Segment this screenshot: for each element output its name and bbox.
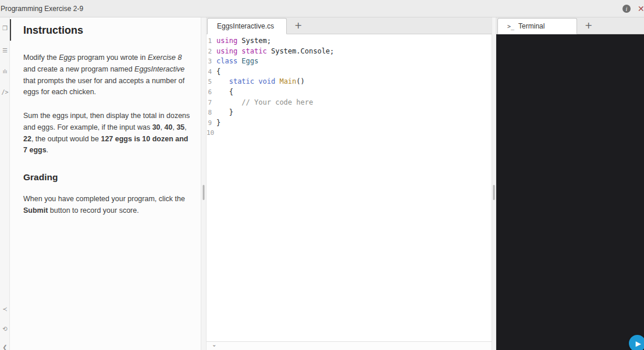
run-button[interactable]: ▶ — [629, 335, 644, 350]
text-run: , — [161, 123, 165, 131]
new-tab-button[interactable]: + — [294, 21, 302, 30]
code-line-content: { — [216, 67, 220, 77]
text-run: button to record your score. — [48, 206, 138, 215]
text-run: 30 — [152, 123, 161, 131]
code-area[interactable]: 1using System;2using static System.Conso… — [207, 34, 492, 341]
code-line[interactable]: 3class Eggs — [207, 56, 492, 67]
close-icon[interactable]: ✕ — [638, 4, 644, 13]
line-number: 2 — [207, 47, 216, 57]
line-number: 5 — [207, 77, 216, 87]
code-line[interactable]: 5 static void Main() — [207, 77, 492, 87]
text-run: , — [184, 123, 186, 131]
share-icon[interactable]: ≺ — [0, 306, 10, 313]
text-run: 35 — [176, 123, 184, 131]
titlebar-actions: i ✕ — [622, 0, 644, 17]
new-terminal-button[interactable]: + — [585, 21, 592, 30]
code-line-content: { — [216, 87, 233, 98]
code-icon[interactable]: /> — [0, 89, 10, 96]
instructions-scrollbar-thumb[interactable] — [10, 19, 11, 41]
code-line[interactable]: 10 — [207, 128, 492, 138]
text-run: , the output would be — [31, 135, 101, 143]
text-run: 40 — [165, 123, 173, 131]
instructions-paragraph-1: Modify the Eggs program you wrote in Exe… — [23, 52, 191, 98]
terminal-output-area[interactable] — [496, 34, 644, 350]
code-line-content: } — [216, 108, 233, 118]
text-run: and create a new program named — [23, 65, 134, 73]
partial-icon[interactable]: ❮ — [0, 344, 10, 350]
code-line[interactable]: 2using static System.Console; — [207, 47, 492, 57]
activity-bar: ❐ ☰ ılı /> ≺ ⟲ ❮ — [0, 17, 10, 350]
terminal-tabbar: >_ Terminal + — [496, 17, 644, 34]
text-run: Eggs — [59, 53, 76, 62]
editor-bottom-bar: ⌄ — [207, 341, 492, 350]
editor-tab-eggsinteractive[interactable]: EggsInteractive.cs — [207, 18, 287, 34]
code-line-content: // Your code here — [216, 98, 313, 108]
code-line-content: class Eggs — [216, 56, 258, 67]
text-run: When you have completed your program, cl… — [23, 195, 185, 203]
terminal-panel: >_ Terminal + — [496, 17, 644, 350]
editor-tabbar: EggsInteractive.cs + — [207, 17, 492, 34]
line-number: 3 — [207, 56, 216, 67]
text-run: that prompts the user for and accepts a … — [23, 77, 184, 97]
line-number: 9 — [207, 118, 216, 128]
pages-icon[interactable]: ❐ — [0, 25, 10, 32]
menu-icon[interactable]: ☰ — [0, 47, 10, 54]
instructions-content: Instructions Modify the Eggs program you… — [10, 17, 201, 217]
instructions-paragraph-3: When you have completed your program, cl… — [23, 194, 191, 217]
panel-splitter-right — [492, 17, 496, 350]
code-line[interactable]: 1using System; — [207, 36, 492, 47]
grading-title: Grading — [23, 172, 191, 183]
code-line-content: } — [216, 118, 220, 128]
text-run: Submit — [23, 206, 48, 215]
panel-resize-handle[interactable] — [493, 185, 495, 200]
terminal-tab[interactable]: >_ Terminal — [497, 18, 577, 34]
code-line[interactable]: 7 // Your code here — [207, 98, 492, 108]
bar-chart-icon[interactable]: ılı — [0, 68, 10, 75]
chevron-down-icon[interactable]: ⌄ — [212, 341, 216, 348]
text-run: Modify the — [23, 53, 59, 62]
line-number: 1 — [207, 36, 216, 47]
code-line[interactable]: 8 } — [207, 108, 492, 118]
text-run: program you wrote in — [76, 53, 148, 62]
line-number: 10 — [207, 128, 216, 138]
instructions-panel: Instructions Modify the Eggs program you… — [10, 17, 201, 350]
editor-tab-label: EggsInteractive.cs — [217, 22, 274, 30]
instructions-paragraph-2: Sum the eggs input, then display the tot… — [23, 110, 191, 156]
instructions-title: Instructions — [23, 24, 191, 37]
code-line-content: using System; — [216, 36, 271, 47]
play-icon: ▶ — [635, 340, 641, 348]
panel-resize-handle[interactable] — [203, 185, 205, 200]
code-editor-panel: EggsInteractive.cs + 1using System;2usin… — [207, 17, 492, 350]
code-line[interactable]: 6 { — [207, 87, 492, 98]
window-titlebar: Programming Exercise 2-9 i ✕ — [0, 0, 644, 17]
info-icon[interactable]: i — [622, 5, 631, 13]
line-number: 6 — [207, 87, 216, 98]
text-run: EggsInteractive — [134, 65, 184, 73]
text-run: 22 — [23, 135, 31, 143]
page-title: Programming Exercise 2-9 — [0, 5, 83, 13]
line-number: 4 — [207, 67, 216, 77]
terminal-prompt-icon: >_ — [507, 23, 514, 30]
line-number: 7 — [207, 98, 216, 108]
code-line-content: static void Main() — [216, 77, 305, 87]
text-run: . — [47, 146, 48, 154]
terminal-tab-label: Terminal — [518, 22, 545, 30]
line-number: 8 — [207, 108, 216, 118]
text-run: Exercise 8 — [148, 53, 182, 62]
code-line-content: using static System.Console; — [216, 47, 334, 57]
panel-splitter-left — [201, 17, 207, 350]
code-line[interactable]: 9} — [207, 118, 492, 128]
history-icon[interactable]: ⟲ — [0, 326, 10, 333]
code-line[interactable]: 4{ — [207, 67, 492, 77]
